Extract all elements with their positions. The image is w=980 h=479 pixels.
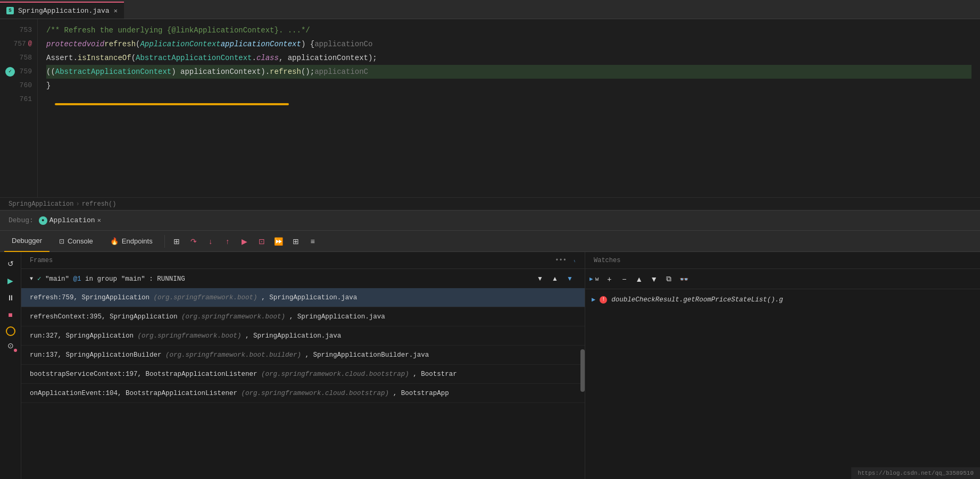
empty-circle-indicator <box>6 326 15 336</box>
thread-row[interactable]: ▼ ✓ "main" @1 in group "main" : RUNNING … <box>21 269 585 288</box>
frame-item-0[interactable]: refresh:759, SpringApplication (org.spri… <box>21 288 585 307</box>
thread-action-filter[interactable]: ▼ <box>563 272 576 285</box>
editor-tab-bar: S SpringApplication.java ✕ <box>0 0 980 19</box>
thread-expand-arrow: ▼ <box>30 276 33 282</box>
breadcrumb: SpringApplication › refresh() <box>0 197 980 210</box>
frames-panel: Frames ••• ₗ ▼ ✓ "main" @1 in group "mai… <box>21 252 585 479</box>
watch-label: doubleCheckResult.getRoomPriceStateList(… <box>611 296 783 304</box>
code-line-759: ((AbstractApplicationContext) applicatio… <box>46 65 971 79</box>
restore-layout-button[interactable]: ⊞ <box>169 234 184 249</box>
thread-action-down[interactable]: ▼ <box>534 272 546 285</box>
current-line-check: ✓ <box>5 67 15 77</box>
thread-text: ✓ "main" @1 in group "main" : RUNNING <box>37 274 185 283</box>
watches-content: ▶ ! doubleCheckResult.getRoomPriceStateL… <box>585 289 980 479</box>
run-to-cursor-button[interactable]: ▶ <box>237 234 252 249</box>
debug-left-sidebar: ↺ ▶ ⏸ ■ ⊙ <box>0 252 21 479</box>
debugger-tab[interactable]: Debugger <box>4 231 49 252</box>
debug-session-label: Application <box>49 216 95 224</box>
code-lines: /** Refresh the underlying {@link Applic… <box>38 19 980 197</box>
line-numbers-gutter: 753 757 @ 758 ✓ 759 760 761 <box>0 19 38 197</box>
more-settings-button[interactable]: ≡ <box>305 234 320 249</box>
endpoints-tab-label: Endpoints <box>122 237 153 245</box>
pause-button[interactable]: ⏸ <box>3 290 18 305</box>
debug-session-tab[interactable]: ● Application ✕ <box>39 216 101 225</box>
debugger-tab-label: Debugger <box>12 237 42 245</box>
step-out-button[interactable]: ↑ <box>220 234 235 249</box>
watches-panel: Watches ▶ w + − ▲ ▼ ⧉ 👓 ▶ ! doubleCheckR… <box>585 252 980 479</box>
reload-button[interactable]: ↺ <box>3 256 18 271</box>
watches-move-up-button[interactable]: ▲ <box>633 273 645 285</box>
breadcrumb-method: refresh() <box>82 200 117 208</box>
debug-label: Debug: <box>9 216 34 224</box>
watches-glasses-button[interactable]: 👓 <box>677 273 690 285</box>
debug-header: Debug: ● Application ✕ <box>0 211 980 231</box>
execution-indicator-bar <box>55 103 289 105</box>
line-761: 761 <box>5 93 32 106</box>
watches-header: Watches <box>585 252 980 269</box>
frames-button[interactable]: ⊞ <box>288 234 303 249</box>
watches-w-label: w <box>595 276 599 282</box>
thread-action-up[interactable]: ▲ <box>549 272 561 285</box>
debug-body: ↺ ▶ ⏸ ■ ⊙ Frames ••• ₗ ▼ ✓ "main" <box>0 252 980 479</box>
watches-remove-button[interactable]: − <box>618 273 630 285</box>
code-line-757: protected void refresh(ApplicationContex… <box>46 37 971 51</box>
step-into-button[interactable]: ↓ <box>203 234 218 249</box>
code-line-758: Assert.isInstanceOf(AbstractApplicationC… <box>46 51 971 65</box>
line-757: 757 @ <box>5 37 32 51</box>
resume-button[interactable]: ⏩ <box>271 234 286 249</box>
annotation-marker: @ <box>28 39 32 49</box>
camera-button[interactable]: ⊙ <box>3 338 18 353</box>
watches-add-button[interactable]: + <box>603 273 616 285</box>
step-over-button[interactable]: ↷ <box>186 234 201 249</box>
console-tab[interactable]: ⊡ Console <box>52 231 101 252</box>
debug-session-icon: ● <box>39 216 47 225</box>
endpoints-tab[interactable]: 🔥 Endpoints <box>103 231 160 252</box>
watches-move-down-button[interactable]: ▼ <box>647 273 660 285</box>
endpoints-icon: 🔥 <box>110 237 119 245</box>
file-tab-label: SpringApplication.java <box>18 7 110 15</box>
debug-panel: Debug: ● Application ✕ Debugger ⊡ Consol… <box>0 210 980 479</box>
watch-item-1[interactable]: ▶ ! doubleCheckResult.getRoomPriceStateL… <box>592 293 974 306</box>
file-tab-icon: S <box>6 7 14 14</box>
line-759-current: ✓ 759 <box>5 65 32 79</box>
frames-options[interactable]: ••• <box>555 257 567 264</box>
tab-close-button[interactable]: ✕ <box>114 7 118 15</box>
frame-item-3[interactable]: run:137, SpringApplicationBuilder (org.s… <box>21 346 585 365</box>
frames-panel-header: Frames ••• ₗ <box>21 252 585 269</box>
code-line-760: } <box>46 79 971 93</box>
evaluate-expression-button[interactable]: ⊡ <box>254 234 269 249</box>
frame-item-4[interactable]: bootstrapServiceContext:197, BootstrapAp… <box>21 365 585 384</box>
code-line-753: /** Refresh the underlying {@link Applic… <box>46 23 971 37</box>
status-bar: https://blog.csdn.net/qq_33589510 <box>851 467 980 479</box>
watch-expand-icon: ▶ <box>592 296 595 304</box>
line-760: 760 <box>5 79 32 93</box>
file-tab[interactable]: S SpringApplication.java ✕ <box>0 2 124 19</box>
console-tab-label: Console <box>68 237 93 245</box>
debug-session-close[interactable]: ✕ <box>97 216 101 224</box>
line-753: 753 <box>5 23 32 37</box>
watch-error-icon: ! <box>600 296 607 304</box>
watches-expand-icon: ▶ <box>589 275 593 282</box>
line-758: 758 <box>5 51 32 65</box>
watches-copy-button[interactable]: ⧉ <box>662 273 675 285</box>
toolbar-separator-1 <box>164 235 165 248</box>
stop-button[interactable]: ■ <box>3 307 18 322</box>
frame-item-1[interactable]: refreshContext:395, SpringApplication (o… <box>21 307 585 326</box>
breadcrumb-class: SpringApplication <box>9 200 73 208</box>
frames-label: Frames <box>30 257 53 264</box>
debug-toolbar: Debugger ⊡ Console 🔥 Endpoints ⊞ ↷ ↓ ↑ ▶… <box>0 231 980 252</box>
console-icon: ⊡ <box>59 238 64 245</box>
frame-item-2[interactable]: run:327, SpringApplication (org.springfr… <box>21 326 585 346</box>
code-editor: 753 757 @ 758 ✓ 759 760 761 <box>0 19 980 197</box>
watches-label: Watches <box>594 257 620 264</box>
frame-item-5[interactable]: onApplicationEvent:104, BootstrapApplica… <box>21 384 585 403</box>
watches-toolbar: ▶ w + − ▲ ▼ ⧉ 👓 <box>585 269 980 289</box>
frames-list: refresh:759, SpringApplication (org.spri… <box>21 288 585 479</box>
frames-scrollbar-thumb[interactable] <box>580 349 585 392</box>
status-url: https://blog.csdn.net/qq_33589510 <box>858 470 974 476</box>
play-button[interactable]: ▶ <box>3 273 18 288</box>
code-line-761 <box>46 93 971 106</box>
